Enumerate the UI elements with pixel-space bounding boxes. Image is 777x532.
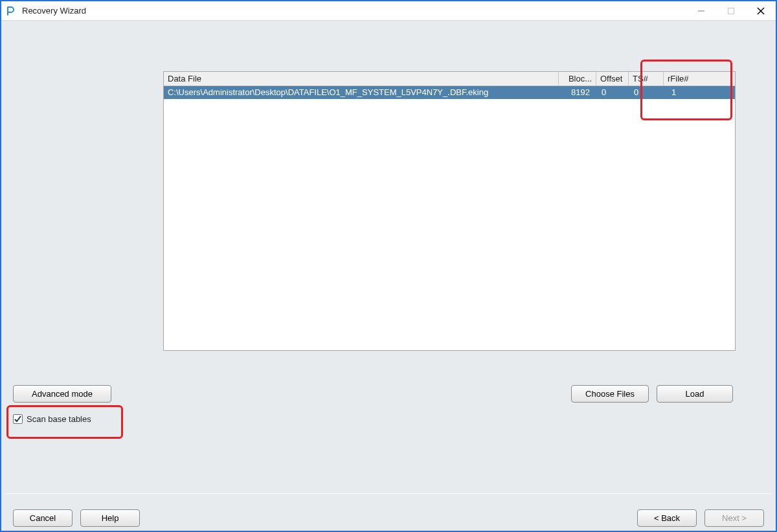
separator-line xyxy=(5,493,772,494)
load-button[interactable]: Load xyxy=(657,385,733,403)
next-button[interactable]: Next > xyxy=(704,509,764,527)
cancel-button[interactable]: Cancel xyxy=(13,509,73,527)
app-icon xyxy=(5,5,17,17)
bottom-button-row: Cancel Help < Back Next > xyxy=(13,509,764,527)
mid-button-row: Advanced mode Choose Files Load xyxy=(13,385,733,403)
grid-row[interactable]: C:\Users\Administrator\Desktop\DATAFILE\… xyxy=(164,86,735,99)
cell-datafile: C:\Users\Administrator\Desktop\DATAFILE\… xyxy=(164,86,559,99)
window-title: Recovery Wizard xyxy=(22,6,86,16)
close-button[interactable] xyxy=(746,1,776,21)
cell-rfile: 1 xyxy=(664,86,701,99)
column-header-datafile[interactable]: Data File xyxy=(164,72,559,85)
column-header-rfile[interactable]: rFile# xyxy=(664,72,701,85)
title-bar: Recovery Wizard xyxy=(1,1,776,21)
back-button[interactable]: < Back xyxy=(637,509,697,527)
minimize-button[interactable] xyxy=(686,1,716,21)
maximize-button[interactable] xyxy=(716,1,746,21)
scan-base-tables-row: Scan base tables xyxy=(13,414,91,424)
cell-block: 8192 xyxy=(559,86,596,99)
cell-offset: 0 xyxy=(596,86,629,99)
help-button[interactable]: Help xyxy=(80,509,140,527)
content-pane: Data File Bloc... Offset TS# rFile# C:\U… xyxy=(1,21,776,531)
window-frame: Recovery Wizard Data File Bloc... Offset… xyxy=(0,0,777,532)
column-header-ts[interactable]: TS# xyxy=(629,72,664,85)
scan-base-tables-label: Scan base tables xyxy=(27,414,91,424)
column-header-block[interactable]: Bloc... xyxy=(559,72,596,85)
choose-files-button[interactable]: Choose Files xyxy=(571,385,649,403)
column-header-offset[interactable]: Offset xyxy=(596,72,629,85)
grid-body: C:\Users\Administrator\Desktop\DATAFILE\… xyxy=(164,86,735,350)
advanced-mode-button[interactable]: Advanced mode xyxy=(13,385,111,403)
cell-ts: 0 xyxy=(629,86,664,99)
data-file-grid[interactable]: Data File Bloc... Offset TS# rFile# C:\U… xyxy=(163,71,736,351)
svg-rect-1 xyxy=(728,8,734,14)
scan-base-tables-checkbox[interactable] xyxy=(13,414,23,424)
grid-header: Data File Bloc... Offset TS# rFile# xyxy=(164,72,735,86)
